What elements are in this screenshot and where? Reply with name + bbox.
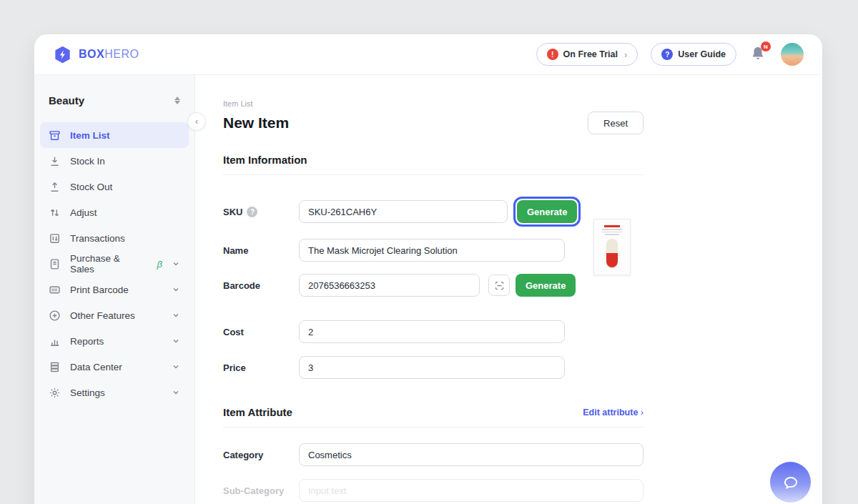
category-label: Category xyxy=(223,450,299,460)
sub-category-input[interactable] xyxy=(299,479,644,502)
help-icon[interactable]: ? xyxy=(247,207,257,217)
barcode-input[interactable] xyxy=(299,274,480,297)
workspace-switcher[interactable]: Beauty xyxy=(34,88,194,112)
edit-attribute-link[interactable]: Edit attribute › xyxy=(583,407,644,417)
chevron-right-icon: › xyxy=(641,407,644,417)
clock-red-icon: ! xyxy=(547,49,558,60)
barcode-generate-button[interactable]: Generate xyxy=(516,274,576,297)
chat-bubble-icon xyxy=(781,473,800,492)
notification-badge: N xyxy=(761,41,771,51)
user-guide-button[interactable]: ? User Guide xyxy=(651,43,736,66)
chevron-right-icon: › xyxy=(624,49,627,60)
on-free-trial-button[interactable]: ! On Free Trial › xyxy=(536,43,638,66)
page-title: New Item xyxy=(223,114,289,132)
sku-input[interactable] xyxy=(299,200,508,223)
sidebar-item-print-barcode[interactable]: Print Barcode xyxy=(40,277,189,302)
chevron-down-icon xyxy=(172,362,180,371)
chevron-down-icon xyxy=(172,337,180,345)
arrow-up-tray-icon xyxy=(49,181,61,193)
sku-label: SKU ? xyxy=(223,207,299,217)
price-label: Price xyxy=(223,362,299,373)
sidebar-item-settings[interactable]: Settings xyxy=(40,380,189,405)
logo-text: BOXHERO xyxy=(79,48,139,61)
gear-icon xyxy=(49,387,61,399)
sub-category-label: Sub-Category xyxy=(223,485,299,496)
sidebar-item-data-center[interactable]: Data Center xyxy=(40,354,189,380)
ledger-icon xyxy=(49,232,61,244)
item-attribute-heading: Item Attribute xyxy=(223,406,292,418)
item-information-form: SKU ? Generate Name Barcode xyxy=(223,197,822,379)
barcode-icon xyxy=(49,284,61,296)
chevron-down-icon xyxy=(172,388,180,397)
sku-generate-button[interactable]: Generate xyxy=(517,200,577,223)
name-label: Name xyxy=(223,245,299,256)
box-icon xyxy=(49,129,61,142)
click-highlight-ring: Generate xyxy=(513,197,581,227)
barcode-label: Barcode xyxy=(223,280,299,291)
arrows-up-down-icon xyxy=(49,207,61,219)
sidebar-item-other-features[interactable]: Other Features xyxy=(40,302,189,328)
section-divider xyxy=(223,174,644,175)
boxhero-logo[interactable]: BOXHERO xyxy=(53,45,139,64)
chevron-down-icon xyxy=(172,260,180,268)
plus-circle-icon xyxy=(49,310,61,322)
question-icon: ? xyxy=(661,49,673,60)
barcode-scan-button[interactable] xyxy=(488,275,510,296)
sidebar-item-reports[interactable]: Reports xyxy=(40,328,189,354)
app-window: BOXHERO ! On Free Trial › ? User Guide N xyxy=(34,34,822,504)
workspace-toggle-icon[interactable] xyxy=(174,97,180,104)
database-icon xyxy=(49,361,61,373)
scan-icon xyxy=(494,280,505,291)
arrow-down-tray-icon xyxy=(49,155,61,167)
sidebar-item-item-list[interactable]: Item List xyxy=(40,122,189,148)
breadcrumb: Item List xyxy=(223,99,822,108)
sidebar-item-stock-in[interactable]: Stock In xyxy=(40,148,189,174)
price-input[interactable] xyxy=(299,356,565,379)
name-input[interactable] xyxy=(299,239,565,262)
workspace-name: Beauty xyxy=(49,94,84,107)
item-information-heading: Item Information xyxy=(223,154,822,166)
capsule-graphic xyxy=(606,239,618,267)
cost-input[interactable] xyxy=(299,320,565,343)
hexagon-bolt-icon xyxy=(53,45,72,64)
bar-chart-icon xyxy=(49,335,61,347)
product-image[interactable] xyxy=(593,219,631,275)
document-icon xyxy=(49,258,61,270)
cost-label: Cost xyxy=(223,327,299,337)
user-avatar[interactable] xyxy=(781,43,804,66)
chat-support-button[interactable] xyxy=(770,462,811,503)
chevron-down-icon xyxy=(172,285,180,294)
reset-button[interactable]: Reset xyxy=(588,112,644,134)
top-header: BOXHERO ! On Free Trial › ? User Guide N xyxy=(34,34,822,75)
sidebar-item-stock-out[interactable]: Stock Out xyxy=(40,174,189,199)
chevron-down-icon xyxy=(172,311,180,320)
main-content: Item List New Item Reset Item Informatio… xyxy=(195,75,822,504)
sidebar-item-purchase-sales[interactable]: Purchase & Sales β xyxy=(40,251,189,277)
sidebar-item-adjust[interactable]: Adjust xyxy=(40,199,189,225)
category-input[interactable] xyxy=(299,443,644,466)
beta-badge: β xyxy=(157,259,162,270)
sidebar: Beauty Item List Stock In Stock Out Adju… xyxy=(34,75,195,504)
sidebar-collapse-button[interactable]: ‹ xyxy=(187,112,206,131)
section-divider xyxy=(223,427,644,428)
notifications-button[interactable]: N xyxy=(749,45,768,64)
sidebar-item-transactions[interactable]: Transactions xyxy=(40,225,189,251)
